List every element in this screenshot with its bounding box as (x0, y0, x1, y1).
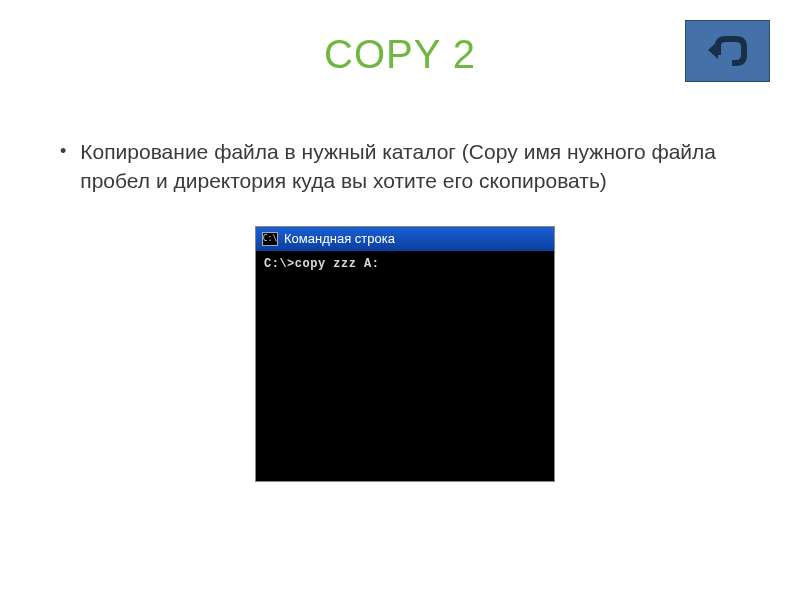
terminal-titlebar: C:\ Командная строка (256, 227, 554, 251)
bullet-marker-icon: • (60, 139, 66, 164)
terminal-title: Командная строка (284, 231, 395, 246)
bullet-text: Копирование файла в нужный каталог (Copy… (80, 137, 750, 196)
terminal-line: C:\>copy zzz A: (264, 257, 546, 271)
content-area: • Копирование файла в нужный каталог (Co… (0, 137, 800, 482)
cmd-icon: C:\ (262, 232, 278, 246)
back-button[interactable] (685, 20, 770, 82)
terminal-body: C:\>copy zzz A: (256, 251, 554, 481)
terminal-window: C:\ Командная строка C:\>copy zzz A: (255, 226, 555, 482)
list-item: • Копирование файла в нужный каталог (Co… (60, 137, 750, 196)
page-title: COPY 2 (0, 32, 800, 77)
u-turn-back-icon (704, 35, 752, 67)
